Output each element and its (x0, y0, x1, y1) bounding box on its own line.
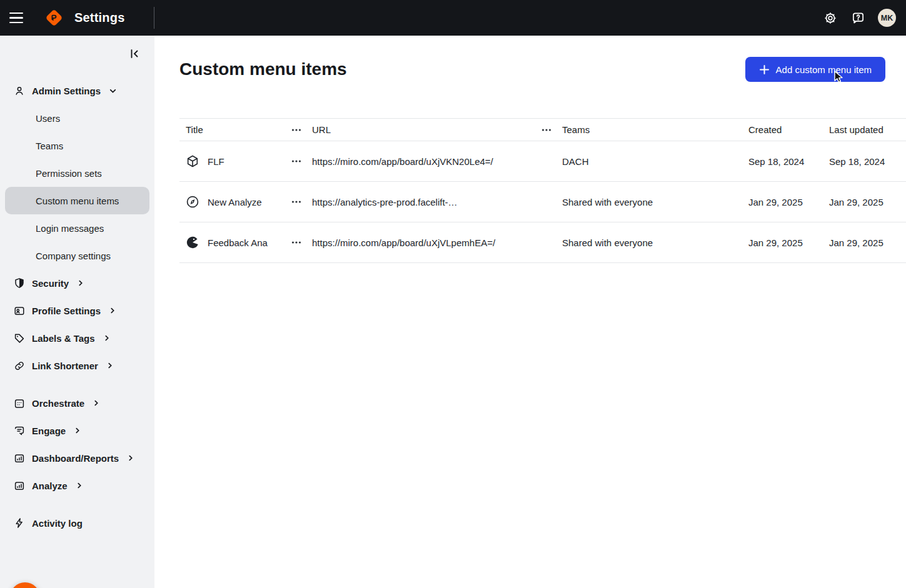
cube-icon (186, 154, 199, 168)
facelift-logo-icon (43, 6, 66, 29)
row-options-icon[interactable] (287, 201, 306, 203)
sidebar-item-label: Activity log (32, 518, 83, 529)
table-row[interactable]: New Analyze https://analytics-pre-prod.f… (179, 182, 906, 222)
row-options-icon[interactable] (287, 241, 306, 244)
sidebar-item-activity-log[interactable]: Activity log (0, 509, 154, 537)
tag-icon (14, 332, 25, 344)
sidebar-item-link-shortener[interactable]: Link Shortener (0, 352, 154, 379)
compass-icon (186, 195, 199, 209)
sidebar-item-login-messages[interactable]: Login messages (5, 214, 149, 242)
gear-icon[interactable] (823, 11, 838, 26)
chevron-right-icon (127, 454, 134, 462)
calendar-icon (14, 397, 25, 409)
sidebar-item-engage[interactable]: Engage (0, 417, 154, 444)
sidebar-item-label: Labels & Tags (32, 333, 95, 344)
row-last-updated: Jan 29, 2025 (823, 237, 906, 248)
row-created: Sep 18, 2024 (743, 156, 823, 167)
column-header-last-updated[interactable]: Last updated (823, 124, 906, 135)
lightning-icon (14, 517, 25, 529)
table-row[interactable]: Feedback Ana https://miro.com/app/board/… (179, 222, 906, 263)
chevron-right-icon (106, 362, 114, 369)
chevron-right-icon (77, 279, 84, 287)
row-teams: Shared with everyone (556, 197, 743, 207)
column-options-icon[interactable] (287, 129, 306, 131)
row-options-icon[interactable] (287, 160, 306, 162)
row-url: https://miro.com/app/board/uXjVLpemhEA=/ (306, 237, 537, 248)
sidebar-item-users[interactable]: Users (5, 104, 149, 132)
add-custom-menu-item-button[interactable]: Add custom menu item (745, 57, 885, 82)
topbar: Settings MK (0, 0, 906, 36)
shield-icon (14, 277, 25, 289)
sidebar: Admin Settings Users Teams Permission se… (0, 36, 154, 588)
row-created: Jan 29, 2025 (743, 197, 823, 207)
sidebar-item-label: Orchestrate (32, 398, 84, 409)
column-header-created[interactable]: Created (743, 124, 823, 135)
id-card-icon (14, 305, 25, 316)
sidebar-item-label: Link Shortener (32, 361, 98, 371)
sidebar-item-label: Engage (32, 426, 66, 436)
row-teams: DACH (556, 156, 743, 167)
pie-chart-icon (186, 236, 199, 249)
sidebar-item-security[interactable]: Security (0, 269, 154, 297)
sidebar-item-label: Teams (36, 141, 63, 151)
topbar-divider (154, 7, 154, 29)
page-title: Custom menu items (179, 59, 347, 79)
chevron-right-icon (74, 427, 81, 434)
sidebar-item-labels-tags[interactable]: Labels & Tags (0, 324, 154, 352)
sidebar-item-company-settings[interactable]: Company settings (5, 242, 149, 269)
row-url: https://analytics-pre-prod.facelift-… (306, 197, 537, 207)
brand: Settings (43, 6, 125, 29)
row-title: FLF (208, 156, 224, 167)
sidebar-item-label: Login messages (36, 223, 104, 234)
plus-icon (759, 64, 770, 75)
chat-icon (14, 425, 25, 436)
sidebar-item-label: Admin Settings (32, 86, 101, 96)
main-content: Custom menu items Add custom menu item T… (154, 36, 906, 588)
row-teams: Shared with everyone (556, 237, 743, 248)
link-icon (14, 360, 25, 371)
bar-chart-icon (14, 452, 25, 464)
row-title: New Analyze (208, 197, 262, 207)
sidebar-item-profile-settings[interactable]: Profile Settings (0, 297, 154, 324)
hamburger-menu-icon[interactable] (0, 0, 33, 36)
chevron-right-icon (93, 399, 100, 407)
sidebar-item-label: Permission sets (36, 168, 102, 179)
sidebar-item-label: Analyze (32, 481, 68, 491)
intercom-chat-button[interactable] (10, 582, 40, 588)
sidebar-item-teams[interactable]: Teams (5, 132, 149, 159)
row-created: Jan 29, 2025 (743, 237, 823, 248)
sidebar-item-label: Company settings (36, 251, 111, 261)
custom-menu-items-table: Title URL Teams Created Last updated (179, 118, 906, 263)
chevron-down-icon (109, 87, 117, 95)
topbar-actions: MK (823, 9, 906, 27)
sidebar-item-label: Profile Settings (32, 306, 101, 316)
sidebar-collapse-icon[interactable] (128, 47, 141, 61)
sidebar-item-analyze[interactable]: Analyze (0, 472, 154, 499)
table-header-row: Title URL Teams Created Last updated (179, 118, 906, 141)
avatar[interactable]: MK (878, 9, 896, 27)
sidebar-item-permission-sets[interactable]: Permission sets (5, 159, 149, 187)
row-title: Feedback Ana (208, 237, 268, 248)
chevron-right-icon (76, 482, 83, 489)
column-header-teams[interactable]: Teams (556, 124, 743, 135)
column-header-title[interactable]: Title (179, 124, 287, 135)
bar-chart-icon (14, 480, 25, 491)
add-button-label: Add custom menu item (776, 64, 872, 75)
table-row[interactable]: FLF https://miro.com/app/board/uXjVKN20L… (179, 141, 906, 182)
sidebar-item-admin-settings[interactable]: Admin Settings (0, 77, 154, 104)
column-options-icon[interactable] (537, 129, 556, 131)
sidebar-item-label: Dashboard/Reports (32, 453, 119, 464)
sidebar-item-orchestrate[interactable]: Orchestrate (0, 389, 154, 417)
row-url: https://miro.com/app/board/uXjVKN20Le4=/ (306, 156, 537, 167)
sidebar-item-custom-menu-items[interactable]: Custom menu items (5, 187, 149, 214)
chevron-right-icon (103, 334, 111, 342)
sidebar-item-dashboard-reports[interactable]: Dashboard/Reports (0, 444, 154, 472)
sidebar-item-label: Security (32, 278, 69, 289)
sidebar-item-label: Users (36, 113, 60, 124)
help-icon[interactable] (850, 11, 865, 26)
sidebar-item-label: Custom menu items (36, 196, 119, 206)
chevron-right-icon (109, 307, 116, 314)
column-header-url[interactable]: URL (306, 124, 537, 135)
app-title: Settings (74, 11, 125, 25)
person-icon (14, 85, 25, 96)
